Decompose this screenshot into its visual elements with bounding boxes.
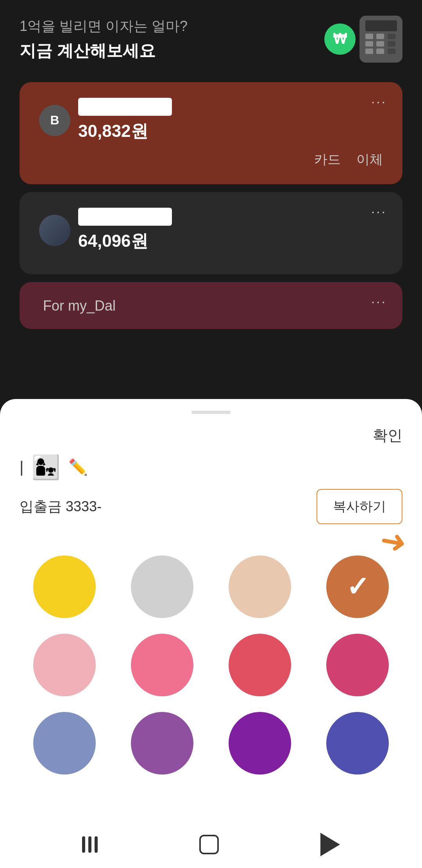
edit-icon[interactable]: ✏️ [68,458,88,476]
card-1-actions: 카드 이체 [39,151,383,169]
color-circle-salmon[interactable] [229,634,291,696]
bottom-nav [0,821,422,868]
card-1-avatar: B [39,105,70,136]
nav-home-button[interactable] [199,835,219,854]
card-2-name-block: 64,096원 [78,208,172,253]
color-circle-mauve[interactable] [131,712,193,775]
color-circle-purple[interactable] [229,712,291,775]
color-circle-orange-brown[interactable] [326,555,389,618]
copy-button-wrapper: 복사하기 ➜ [316,489,402,524]
color-circle-pink[interactable] [131,634,193,696]
color-circle-peach[interactable] [229,555,291,618]
card-3[interactable]: ··· For my_Dal [20,282,402,329]
card-1-amount: 30,832원 [78,120,172,143]
card-3-menu[interactable]: ··· [371,294,387,309]
account-info-row: 입출금 3333- 복사하기 ➜ [20,489,402,524]
nav-square-icon [199,835,219,854]
card-3-header: For my_Dal [39,298,383,314]
cards-area: ··· B 30,832원 카드 이체 ··· 64,096원 ··· For … [0,74,422,337]
card-2[interactable]: ··· 64,096원 [20,192,402,274]
color-circle-rose[interactable] [326,634,389,696]
color-circle-light-gray[interactable] [131,555,193,618]
card-2-menu[interactable]: ··· [371,204,387,219]
card-2-name-hidden [78,208,172,226]
color-grid [20,555,402,775]
card-3-title: For my_Dal [43,298,116,314]
color-circle-light-pink[interactable] [33,634,96,696]
card-1-name-block: 30,832원 [78,98,172,143]
card-1-header: B 30,832원 [39,98,383,143]
banner-icons: ₩ [324,16,402,63]
sheet-header: 확인 [20,426,402,446]
nav-lines-button[interactable] [82,836,98,853]
nav-back-button[interactable] [320,833,340,856]
bottom-sheet: 확인 | 👩‍👧 ✏️ 입출금 3333- 복사하기 ➜ [0,399,422,868]
nav-lines-icon [82,836,98,853]
banner-subtitle: 1억을 빌리면 이자는 얼마? [20,17,188,36]
card-1[interactable]: ··· B 30,832원 카드 이체 [20,82,402,184]
color-circle-indigo[interactable] [326,712,389,775]
banner-title: 지금 계산해보세요 [20,40,188,62]
cursor-indicator: | [20,458,23,476]
color-circle-periwinkle[interactable] [33,712,96,775]
nav-back-icon [320,833,340,856]
account-row: | 👩‍👧 ✏️ [20,453,402,481]
top-banner: 1억을 빌리면 이자는 얼마? 지금 계산해보세요 ₩ [0,0,422,74]
card-1-menu[interactable]: ··· [371,94,387,109]
copy-button[interactable]: 복사하기 [316,489,402,524]
card-2-avatar [39,215,70,246]
card-1-action-card[interactable]: 카드 [314,151,341,169]
sheet-handle [191,411,231,414]
account-info-text: 입출금 3333- [20,497,102,516]
card-2-amount: 64,096원 [78,230,172,253]
calculator-icon [359,16,402,63]
confirm-button[interactable]: 확인 [373,426,402,446]
account-emoji: 👩‍👧 [31,453,61,481]
card-2-header: 64,096원 [39,208,383,253]
card-1-name-hidden [78,98,172,116]
color-circle-yellow[interactable] [33,555,96,618]
won-icon: ₩ [324,23,356,55]
card-1-action-transfer[interactable]: 이체 [356,151,383,169]
banner-text-block: 1억을 빌리면 이자는 얼마? 지금 계산해보세요 [20,17,188,62]
